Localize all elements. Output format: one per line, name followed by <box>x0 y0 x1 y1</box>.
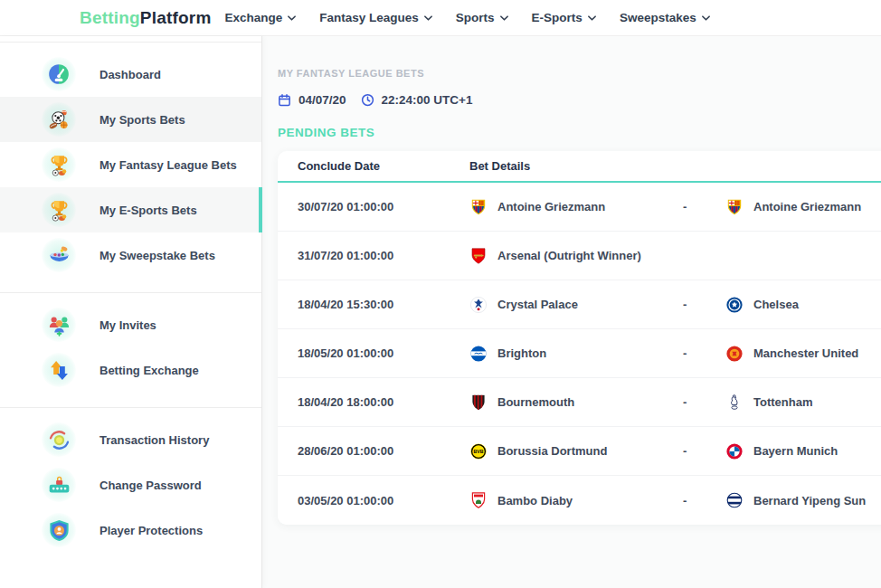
team-name: Brighton <box>497 346 546 360</box>
crystal-palace-badge-icon <box>469 296 488 314</box>
section-title: PENDING BETS <box>278 126 881 139</box>
svg-text:BVB: BVB <box>474 449 484 454</box>
sidebar-item-label: Betting Exchange <box>99 364 199 377</box>
logo[interactable]: BettingPlatform <box>80 8 212 28</box>
chevron-down-icon <box>424 15 432 21</box>
nav-item-label: Exchange <box>225 11 283 24</box>
sidebar-group: DashboardMy Sports BetsMy Fantasy League… <box>0 42 261 287</box>
people-icon <box>42 308 76 342</box>
brighton-badge-icon <box>469 345 488 363</box>
conclude-date-cell: 28/06/20 01:00:00 <box>298 444 469 458</box>
nav-item-label: Sweepstakes <box>620 11 696 24</box>
separator-dash: - <box>682 494 725 507</box>
team-name: Borussia Dortmund <box>497 444 607 458</box>
chevron-down-icon <box>500 15 508 21</box>
sidebar-item-change-password[interactable]: Change Password <box>0 462 261 507</box>
team-cell: Tottenham <box>725 394 881 412</box>
main-menu: ExchangeFantasy LeaguesSportsE-SportsSwe… <box>225 11 710 24</box>
sidebar-item-dashboard[interactable]: Dashboard <box>0 52 261 97</box>
bayern-badge-icon <box>725 442 744 460</box>
sidebar-item-label: My E-Sports Bets <box>99 204 197 217</box>
table-row: 31/07/20 01:00:00Arsenal (Outright Winne… <box>278 232 881 280</box>
team-cell: Brighton <box>469 345 682 363</box>
logo-part-platform: Platform <box>140 8 212 27</box>
chelsea-badge-icon <box>725 296 744 314</box>
team-cell: Arsenal (Outright Winner) <box>469 247 682 265</box>
team-cell: Bambo Diaby <box>469 491 682 509</box>
current-time: 22:24:00 UTC+1 <box>382 93 473 107</box>
sidebar-item-my-invites[interactable]: My Invites <box>0 302 261 347</box>
password-icon <box>42 468 76 502</box>
sidebar-item-label: Dashboard <box>99 68 161 81</box>
nav-item-e-sports[interactable]: E-Sports <box>532 11 596 24</box>
table-row: 03/05/20 01:00:00Bambo Diaby-Bernard Yip… <box>278 476 881 525</box>
team-cell: Bayern Munich <box>725 442 881 460</box>
table-row: 18/05/20 01:00:00Brighton-Manchester Uni… <box>278 329 881 378</box>
barcelona-badge-icon <box>725 198 744 216</box>
sidebar-item-label: Transaction History <box>99 433 209 447</box>
shield-person-icon <box>42 513 76 547</box>
team-name: Tottenham <box>753 395 812 409</box>
table-row: 18/04/20 18:00:00Bournemouth-Tottenham <box>278 378 881 427</box>
conclude-date-cell: 18/05/20 01:00:00 <box>298 346 469 360</box>
team-name: Bernard Yipeng Sun <box>753 494 866 507</box>
sidebar-item-my-fantasy-league-bets[interactable]: My Fantasy League Bets <box>0 142 261 187</box>
current-date: 04/07/20 <box>298 93 346 107</box>
team-cell: Chelsea <box>725 296 881 314</box>
arsenal-badge-icon <box>469 247 488 265</box>
sidebar-item-betting-exchange[interactable]: Betting Exchange <box>0 347 261 393</box>
sidebar-item-my-sports-bets[interactable]: My Sports Bets <box>0 97 261 142</box>
table-header: Conclude Date Bet Details <box>278 151 881 183</box>
separator-dash: - <box>682 395 725 409</box>
barcelona-badge-icon <box>469 198 488 216</box>
main-content: MY FANTASY LEAGUE BETS 04/07/20 22:24:00… <box>262 36 881 588</box>
logo-part-betting: Betting <box>80 8 140 27</box>
sidebar-item-label: My Invites <box>99 318 156 332</box>
tottenham-badge-icon <box>725 394 744 412</box>
nav-item-fantasy-leagues[interactable]: Fantasy Leagues <box>319 11 432 24</box>
team-name: Arsenal (Outright Winner) <box>497 249 641 262</box>
sidebar-group: My InvitesBetting Exchange <box>0 292 261 402</box>
man-utd-badge-icon <box>725 345 744 363</box>
sidebar-item-transaction-history[interactable]: Transaction History <box>0 417 261 462</box>
dashboard-icon <box>42 57 76 91</box>
sports-balls-icon <box>42 102 76 137</box>
chevron-down-icon <box>588 15 596 21</box>
sidebar-group: Transaction HistoryChange PasswordPlayer… <box>0 407 261 562</box>
conclude-date-cell: 03/05/20 01:00:00 <box>298 494 469 507</box>
team-name: Chelsea <box>753 298 799 311</box>
team-name: Bayern Munich <box>753 444 838 458</box>
barnsley-badge-icon <box>469 491 488 509</box>
column-header-bet-details: Bet Details <box>469 159 881 173</box>
team-cell: Crystal Palace <box>469 296 682 314</box>
sidebar-item-label: My Fantasy League Bets <box>99 158 237 172</box>
sidebar: DashboardMy Sports BetsMy Fantasy League… <box>0 36 262 588</box>
chevron-down-icon <box>702 15 710 21</box>
team-cell: Antoine Griezmann <box>725 198 881 216</box>
table-row: 28/06/20 01:00:00BVBBorussia Dortmund-Ba… <box>278 427 881 476</box>
pending-bets-card: Conclude Date Bet Details 30/07/20 01:00… <box>278 151 881 525</box>
sidebar-item-my-e-sports-bets[interactable]: My E-Sports Bets <box>0 187 261 232</box>
nav-item-label: Fantasy Leagues <box>319 11 419 24</box>
bournemouth-badge-icon <box>469 394 488 412</box>
conclude-date-cell: 30/07/20 01:00:00 <box>298 200 469 213</box>
nav-item-sweepstakes[interactable]: Sweepstakes <box>620 11 710 24</box>
team-name: Antoine Griezmann <box>497 200 605 213</box>
chevron-down-icon <box>288 15 296 21</box>
exchange-arrows-icon <box>42 353 76 387</box>
sidebar-item-my-sweepstake-bets[interactable]: My Sweepstake Bets <box>0 232 261 278</box>
table-body: 30/07/20 01:00:00Antoine Griezmann-Antoi… <box>278 183 881 525</box>
sidebar-item-label: My Sports Bets <box>99 113 185 127</box>
nav-item-sports[interactable]: Sports <box>456 11 508 24</box>
history-icon <box>42 422 76 457</box>
separator-dash: - <box>682 200 725 213</box>
conclude-date-cell: 18/04/20 18:00:00 <box>298 395 469 409</box>
table-row: 18/04/20 15:30:00Crystal Palace-Chelsea <box>278 280 881 329</box>
team-cell: Bernard Yipeng Sun <box>725 491 881 509</box>
nav-item-exchange[interactable]: Exchange <box>225 11 297 24</box>
team-name: Antoine Griezmann <box>753 200 861 213</box>
top-navbar: BettingPlatform ExchangeFantasy LeaguesS… <box>0 0 881 36</box>
separator-dash: - <box>682 298 725 311</box>
sidebar-item-player-protections[interactable]: Player Protections <box>0 507 261 553</box>
nav-item-label: Sports <box>456 11 495 24</box>
